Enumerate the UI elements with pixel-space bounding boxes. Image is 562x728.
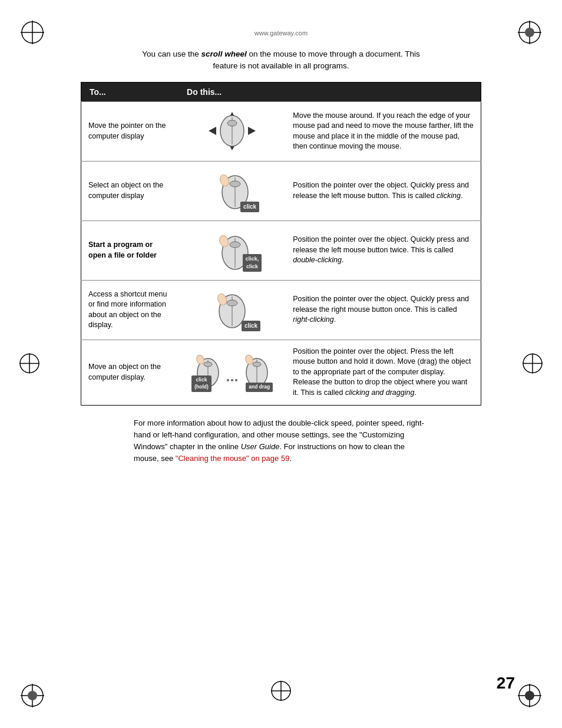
row-img-dblclick: click,click	[178, 220, 286, 280]
row-desc-click: Position the pointer over the object. Qu…	[286, 161, 481, 220]
table-header-desc	[286, 82, 481, 101]
svg-point-42	[204, 362, 212, 367]
row-img-move	[178, 101, 286, 161]
user-guide-italic: User Guide	[241, 442, 280, 451]
mouse-actions-table: To... Do this... Move the pointer on the…	[81, 82, 481, 406]
dblclicking-italic: double-clicking	[293, 256, 342, 264]
svg-marker-24	[248, 127, 256, 135]
row-img-rightclick: click	[178, 280, 286, 340]
mouse-drag-illustration: click(hold)	[194, 346, 270, 399]
clicking-italic: clicking	[437, 192, 461, 200]
mouse-dblclick-illustration: click,click	[203, 227, 262, 274]
row-desc-dblclick: Position the pointer over the object. Qu…	[286, 220, 481, 280]
svg-point-45	[231, 379, 233, 381]
drag-mouse-2: and drag	[240, 351, 273, 393]
table-row: Access a shortcut menu or find more info…	[81, 280, 481, 340]
svg-point-38	[227, 300, 237, 306]
side-mark-left	[18, 351, 41, 377]
page-number: 27	[497, 674, 515, 693]
drag-images: click(hold)	[191, 351, 273, 393]
row-img-drag: click(hold)	[178, 340, 286, 405]
row-to-click: Select an object on the computer display	[81, 161, 179, 220]
click-label: click	[240, 202, 259, 212]
scroll-wheel-italic: scroll wheel	[201, 50, 246, 58]
url-text: www.gateway.com	[35, 29, 527, 37]
svg-point-46	[235, 379, 237, 381]
row-to-rightclick: Access a shortcut menu or find more info…	[81, 280, 179, 340]
side-mark-right	[521, 351, 544, 377]
svg-point-49	[253, 362, 261, 367]
svg-marker-23	[209, 127, 216, 135]
corner-mark-tr	[515, 18, 544, 47]
svg-point-30	[230, 181, 240, 187]
table-row: Start a program or open a file or folder…	[81, 220, 481, 280]
row-to-drag: Move an object on the computer display.	[81, 340, 179, 405]
table-row: Select an object on the computer display…	[81, 161, 481, 220]
footer-text-3: .	[289, 454, 292, 463]
table-row: Move an object on the computer display.	[81, 340, 481, 405]
svg-point-10	[28, 691, 37, 700]
row-to-move: Move the pointer on the computer display	[81, 101, 179, 161]
bottom-center-mark	[269, 679, 293, 704]
svg-point-44	[227, 379, 229, 381]
table-header-to: To...	[81, 82, 179, 101]
drag-label: and drag	[246, 383, 273, 392]
mouse-move-illustration	[203, 108, 262, 155]
table-row: Move the pointer on the computer display	[81, 101, 481, 161]
row-desc-drag: Position the pointer over the object. Pr…	[286, 340, 481, 405]
page-container: www.gateway.com You can use the scroll w…	[0, 0, 562, 728]
hold-label: click(hold)	[191, 375, 211, 392]
table-header-do: Do this...	[178, 82, 286, 101]
row-to-dblclick: Start a program or open a file or folder	[81, 220, 179, 280]
intro-text: You can use the scroll wheel on the mous…	[134, 48, 428, 73]
row-img-click: click	[178, 161, 286, 220]
corner-mark-br	[515, 681, 544, 710]
footer-text: For more information about how to adjust…	[134, 417, 428, 465]
corner-mark-tl	[18, 18, 47, 47]
svg-point-6	[525, 28, 534, 37]
mouse-click-illustration: click	[203, 167, 262, 215]
right-click-label: click	[242, 321, 260, 331]
double-click-label: click,click	[243, 254, 262, 271]
row-desc-rightclick: Position the pointer over the object. Qu…	[286, 280, 481, 340]
drag-arrow	[226, 377, 238, 393]
drag-italic: clicking and dragging	[345, 388, 414, 397]
row-desc-move: Move the mouse around. If you reach the …	[286, 101, 481, 161]
rightclicking-italic: right-clicking	[293, 315, 333, 324]
corner-mark-bl	[18, 681, 47, 710]
svg-point-27	[227, 120, 237, 126]
cleaning-mouse-link[interactable]: "Cleaning the mouse" on page 59	[176, 454, 290, 463]
mouse-rightclick-illustration: click	[203, 286, 262, 334]
svg-point-14	[525, 691, 534, 700]
drag-mouse-1: click(hold)	[191, 351, 224, 393]
svg-point-34	[230, 242, 240, 248]
